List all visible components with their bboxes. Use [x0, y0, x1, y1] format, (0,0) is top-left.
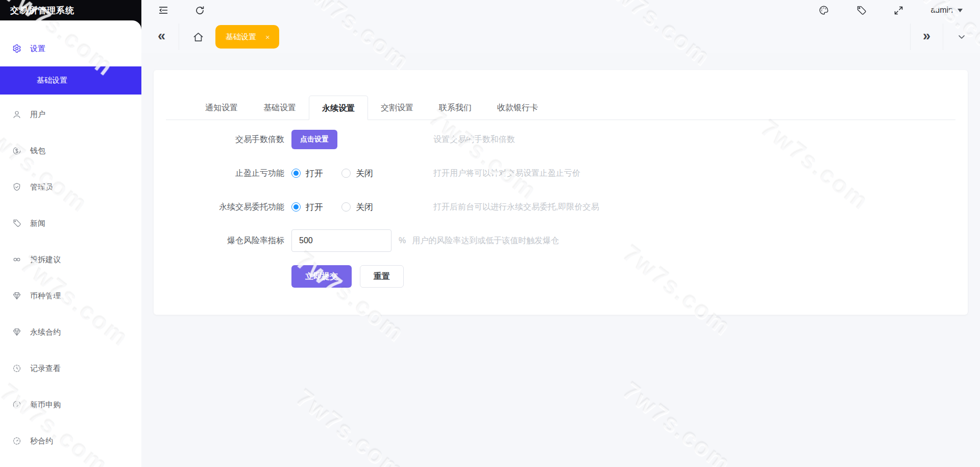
tab-contact-us[interactable]: 联系我们 [426, 96, 484, 120]
tab-basic-settings[interactable]: 基础设置 [251, 96, 309, 120]
form-row-lot-multiplier: 交易手数倍数 点击设置 设置交易的手数和倍数 [154, 128, 968, 151]
sidebar-item-label: 秒合约 [30, 436, 53, 446]
caret-down-icon [958, 9, 963, 15]
sidebar-item-coin-management[interactable]: 币种管理 [0, 281, 141, 311]
perpetual-settings-form: 交易手数倍数 点击设置 设置交易的手数和倍数 止盈止亏功能 打开 关闭 打开用户… [154, 128, 968, 288]
sidebar-item-second-contract[interactable]: 秒合约 [0, 426, 141, 456]
tab-receiving-bank-card[interactable]: 收款银行卡 [484, 96, 551, 120]
page-tag[interactable]: 基础设置 × [215, 25, 279, 49]
tab-perpetual-settings[interactable]: 永续设置 [309, 96, 368, 120]
radio-option-off[interactable]: 关闭 [341, 201, 373, 213]
history-icon [12, 364, 21, 373]
radio-option-on[interactable]: 打开 [291, 201, 323, 213]
sidebar-item-admins[interactable]: 管理员 [0, 172, 141, 202]
sidebar-item-lending[interactable]: 借贷 [0, 462, 141, 467]
sidebar-item-wallet[interactable]: 钱包 [0, 136, 141, 166]
app-title: 交易所管理系统 [0, 0, 141, 20]
field-label: 爆仓风险率指标 [154, 236, 284, 246]
sidebar-item-label: 新闻 [30, 219, 45, 228]
radio-unselected-icon [341, 202, 351, 212]
gear-icon [12, 44, 21, 53]
reset-button[interactable]: 重置 [360, 265, 404, 288]
expand-right-icon[interactable]: » [923, 29, 930, 45]
sidebar-item-label: 新币申购 [30, 400, 61, 410]
watermark: 7w7s.com [618, 376, 737, 467]
form-row-stop-profit-loss: 止盈止亏功能 打开 关闭 打开用户将可以针对交易设置止盈止亏价 [154, 162, 968, 184]
field-label: 永续交易委托功能 [154, 202, 284, 213]
form-row-perpetual-entrust: 永续交易委托功能 打开 关闭 打开后前台可以进行永续交易委托,即限价交易 [154, 196, 968, 218]
field-hint: 用户的风险率达到或低于该值时触发爆仓 [412, 236, 559, 246]
sidebar-item-label: 投拆建议 [30, 255, 61, 265]
sidebar-item-users[interactable]: 用户 [0, 100, 141, 129]
sidebar-item-news[interactable]: 新闻 [0, 208, 141, 238]
lot-multiplier-set-button[interactable]: 点击设置 [291, 130, 337, 149]
tags-bar: « 基础设置 × » [141, 20, 980, 53]
radio-selected-icon [291, 202, 301, 212]
radio-selected-icon [291, 169, 301, 178]
tag-icon [12, 219, 21, 228]
home-icon[interactable] [192, 31, 204, 43]
watermark: 7w7s.com [291, 383, 410, 467]
submit-button[interactable]: 立即提交 [291, 265, 352, 288]
sidebar-subitem-label: 基础设置 [37, 76, 67, 85]
form-actions: 立即提交 重置 [291, 265, 968, 288]
close-icon[interactable]: × [265, 33, 270, 41]
sidebar-item-feedback[interactable]: 投拆建议 [0, 245, 141, 274]
sidebar-item-new-coin-subscription[interactable]: 新币申购 [0, 390, 141, 419]
sidebar-item-label: 钱包 [30, 146, 45, 156]
user-icon [12, 110, 21, 119]
sidebar-item-perpetual-contracts[interactable]: 永续合约 [0, 317, 141, 347]
gem-icon [12, 328, 21, 337]
link-icon [12, 255, 21, 264]
sidebar-item-label: 用户 [30, 110, 45, 120]
divider [179, 24, 179, 50]
settings-tabs: 通知设置 基础设置 永续设置 交割设置 联系我们 收款银行卡 [166, 96, 955, 120]
dollar-icon [12, 400, 21, 409]
timer-icon [12, 436, 21, 446]
field-hint: 打开后前台可以进行永续交易委托,即限价交易 [433, 202, 599, 213]
sidebar-item-label: 设置 [30, 44, 45, 54]
divider [943, 24, 943, 50]
sidebar-item-label: 管理员 [30, 182, 53, 192]
sidebar-subitem-basic-settings[interactable]: 基础设置 [0, 66, 141, 95]
divider [910, 24, 911, 50]
user-menu-label: admin [930, 6, 953, 15]
collapse-left-icon[interactable]: « [158, 29, 165, 45]
tab-delivery-settings[interactable]: 交割设置 [368, 96, 426, 120]
form-row-liquidation-risk-rate: 爆仓风险率指标 % 用户的风险率达到或低于该值时触发爆仓 [154, 229, 968, 252]
field-label: 交易手数倍数 [154, 134, 284, 145]
tab-notify-settings[interactable]: 通知设置 [192, 96, 251, 120]
radio-unselected-icon [341, 169, 351, 178]
sidebar: 设置 基础设置 用户 钱包 管理员 新闻 [0, 20, 141, 467]
field-label: 止盈止亏功能 [154, 168, 284, 179]
sidebar-menu: 设置 基础设置 用户 钱包 管理员 新闻 [0, 20, 141, 467]
shield-check-icon [12, 182, 21, 192]
user-menu[interactable]: admin [930, 6, 963, 15]
tag-icon[interactable] [856, 5, 867, 16]
sidebar-item-label: 永续合约 [30, 328, 61, 337]
refresh-icon[interactable] [194, 5, 205, 16]
sidebar-item-records[interactable]: 记录查看 [0, 354, 141, 383]
wallet-icon [12, 146, 21, 155]
gem-icon [12, 291, 21, 300]
unit-label: % [399, 236, 406, 245]
theme-palette-icon[interactable] [818, 5, 829, 16]
radio-option-on[interactable]: 打开 [291, 168, 323, 179]
page-tag-label: 基础设置 [226, 32, 256, 42]
top-bar: admin [141, 0, 980, 20]
risk-rate-input[interactable] [291, 229, 391, 252]
fullscreen-icon[interactable] [893, 5, 904, 16]
radio-option-off[interactable]: 关闭 [341, 168, 373, 179]
settings-card: 通知设置 基础设置 永续设置 交割设置 联系我们 收款银行卡 交易手数倍数 点击… [154, 70, 968, 315]
field-hint: 设置交易的手数和倍数 [433, 134, 515, 145]
sidebar-item-label: 币种管理 [30, 291, 61, 301]
chevron-down-icon[interactable] [957, 32, 967, 42]
field-hint: 打开用户将可以针对交易设置止盈止亏价 [433, 168, 580, 179]
menu-fold-icon[interactable] [158, 5, 169, 16]
sidebar-item-label: 记录查看 [30, 364, 61, 373]
sidebar-item-settings[interactable]: 设置 [0, 34, 141, 63]
